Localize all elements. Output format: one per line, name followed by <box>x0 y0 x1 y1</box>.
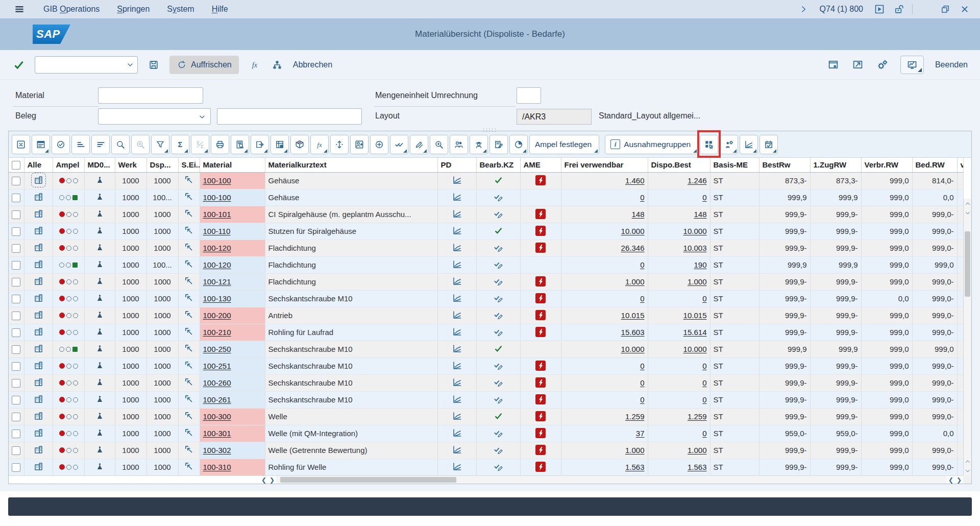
period-chart-icon[interactable] <box>452 276 462 286</box>
scroll-left-icon[interactable]: ❮ <box>947 476 955 484</box>
hscroll-thumb[interactable] <box>280 477 456 483</box>
row-select-checkbox[interactable] <box>12 463 20 472</box>
vertical-scrollbar[interactable] <box>963 199 971 475</box>
sort-ascending-button[interactable] <box>71 135 90 154</box>
mrp-controller-icon[interactable] <box>95 378 104 387</box>
beleg-combobox[interactable] <box>98 108 211 125</box>
frei-verwendbar-link[interactable]: 1.000 <box>625 446 645 455</box>
material-overview-icon[interactable] <box>34 209 43 219</box>
col-header-sei[interactable]: S.Ei... <box>178 158 200 172</box>
row-select-checkbox[interactable] <box>12 261 20 270</box>
material-overview-icon[interactable] <box>34 445 43 455</box>
dispo-best-link[interactable]: 10.003 <box>683 244 707 252</box>
frei-verwendbar-link[interactable]: 10.000 <box>621 227 645 235</box>
assign-user-button[interactable] <box>350 135 369 154</box>
uom-input[interactable] <box>517 87 541 104</box>
col-header-bearb[interactable]: Bearb.KZ <box>476 158 520 172</box>
dispo-best-link[interactable]: 0 <box>702 429 706 438</box>
scroll-right-icon[interactable]: ❯ <box>268 476 276 484</box>
material-link[interactable]: 100-121 <box>203 277 231 286</box>
check-entries-button[interactable] <box>52 135 70 154</box>
material-overview-icon[interactable] <box>34 276 43 286</box>
layout-field[interactable]: /AKR3 <box>517 109 592 125</box>
col-header-material[interactable]: Material <box>200 158 265 172</box>
material-link[interactable]: 100-100 <box>203 176 231 185</box>
selection-icon[interactable] <box>184 344 193 353</box>
selection-icon[interactable] <box>184 175 193 184</box>
frei-verwendbar-link[interactable]: 1.259 <box>625 412 645 421</box>
detective-button[interactable] <box>470 135 488 154</box>
cancel-button[interactable]: Abbrechen <box>293 60 332 69</box>
select-all-checkbox[interactable] <box>12 161 20 170</box>
row-select-checkbox[interactable] <box>12 177 20 185</box>
mrp-controller-icon[interactable] <box>95 310 104 319</box>
row-select-checkbox[interactable] <box>12 312 20 320</box>
print-button[interactable] <box>211 135 229 154</box>
selection-icon[interactable] <box>184 310 193 319</box>
new-session-icon[interactable] <box>851 58 865 71</box>
row-select-checkbox[interactable] <box>12 328 20 337</box>
selection-icon[interactable] <box>184 226 193 235</box>
unlocked-padlock-icon[interactable] <box>893 3 905 15</box>
filter-button[interactable] <box>151 135 169 154</box>
dispo-best-link[interactable]: 190 <box>694 260 706 269</box>
selection-icon[interactable] <box>184 276 193 285</box>
material-overview-icon[interactable] <box>34 175 43 185</box>
frei-verwendbar-link[interactable]: 1.460 <box>625 176 645 185</box>
row-select-checkbox[interactable] <box>12 278 20 286</box>
confirm-button[interactable] <box>390 135 408 154</box>
row-select-checkbox[interactable] <box>12 295 20 303</box>
material-overview-icon[interactable] <box>34 192 43 202</box>
material-overview-icon[interactable] <box>34 259 43 269</box>
note-edit-button[interactable] <box>489 135 508 154</box>
gears-icon[interactable] <box>876 58 889 71</box>
frei-verwendbar-link[interactable]: 0 <box>640 193 644 202</box>
row-select-checkbox[interactable] <box>12 227 20 236</box>
period-chart-icon[interactable] <box>452 243 462 252</box>
period-chart-icon[interactable] <box>452 445 462 455</box>
period-chart-icon[interactable] <box>452 259 462 269</box>
material-overview-icon[interactable] <box>34 310 43 320</box>
users-button[interactable] <box>450 135 468 154</box>
material-link[interactable]: 100-200 <box>203 311 231 320</box>
services-play-icon[interactable] <box>873 3 886 15</box>
mrp-controller-icon[interactable] <box>95 327 104 336</box>
col-header-text[interactable]: Materialkurztext <box>265 158 437 172</box>
period-chart-icon[interactable] <box>452 226 462 235</box>
horizontal-scrollbar[interactable]: ❮ ❯ ❮ ❯ <box>9 475 963 484</box>
save-icon[interactable] <box>147 58 160 71</box>
material-link[interactable]: 100-100 <box>203 193 231 202</box>
mrp-controller-icon[interactable] <box>95 361 104 370</box>
frei-verwendbar-link[interactable]: 10.000 <box>621 345 645 353</box>
vscroll-thumb[interactable] <box>965 231 970 297</box>
selection-icon[interactable] <box>184 445 193 454</box>
period-chart-icon[interactable] <box>452 462 462 471</box>
col-header-ame[interactable]: AME <box>520 158 561 172</box>
hscroll-track[interactable] <box>276 476 947 484</box>
material-link[interactable]: 100-250 <box>203 345 231 353</box>
org-chart-icon[interactable] <box>271 58 284 71</box>
material-link[interactable]: 100-300 <box>203 412 231 421</box>
minimize-button[interactable] <box>920 3 932 15</box>
col-header-bedrw[interactable]: Bed.RW <box>912 158 957 172</box>
material-overview-icon[interactable] <box>34 226 43 235</box>
selection-icon[interactable] <box>184 377 193 387</box>
scroll-up-icon[interactable] <box>964 200 971 207</box>
material-link[interactable]: 100-251 <box>203 362 231 370</box>
move-button[interactable] <box>330 135 349 154</box>
material-link[interactable]: 100-120 <box>203 244 231 252</box>
row-select-checkbox[interactable] <box>12 244 20 253</box>
menu-item-springen[interactable]: Springen <box>108 5 158 13</box>
mrp-controller-icon[interactable] <box>95 209 104 218</box>
mrp-controller-icon[interactable] <box>95 193 104 201</box>
selection-icon[interactable] <box>184 243 193 252</box>
frei-verwendbar-link[interactable]: 37 <box>636 429 645 438</box>
row-select-checkbox[interactable] <box>12 429 20 438</box>
mrp-controller-icon[interactable] <box>95 176 104 184</box>
menu-item-system[interactable]: System <box>158 5 203 13</box>
selection-icon[interactable] <box>184 411 193 420</box>
col-header-zugrw[interactable]: 1.ZugRW <box>810 158 861 172</box>
row-select-checkbox[interactable] <box>12 396 20 404</box>
dispo-best-link[interactable]: 0 <box>702 395 706 404</box>
frei-verwendbar-link[interactable]: 0 <box>640 294 644 303</box>
